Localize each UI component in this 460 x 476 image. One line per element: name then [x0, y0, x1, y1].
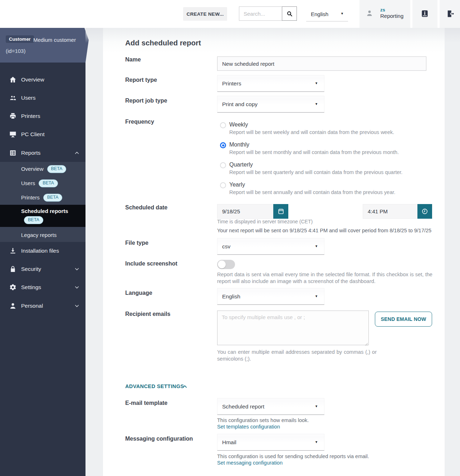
- caret-down-icon: ▼: [315, 294, 318, 298]
- report-language-label: Language: [125, 290, 152, 296]
- radio-weekly-label[interactable]: Weekly: [229, 122, 248, 128]
- sidebar-item-settings[interactable]: Settings: [0, 278, 85, 296]
- resize-handle-icon[interactable]: [364, 341, 368, 344]
- search-input[interactable]: [239, 6, 282, 21]
- radio-monthly-desc: Report will be sent monthly and will con…: [229, 149, 399, 155]
- app-screen: CREATE NEW... English ▼ zs Reporting: [0, 0, 460, 476]
- language-select[interactable]: English ▼: [306, 6, 348, 21]
- include-screenshot-desc: Report data is sent via email every time…: [217, 271, 432, 284]
- file-type-select[interactable]: csv ▼: [217, 238, 324, 255]
- recipient-emails-textarea[interactable]: [217, 311, 369, 345]
- report-language-select[interactable]: English ▼: [217, 288, 324, 305]
- customer-name: Medium customer: [33, 37, 76, 43]
- messaging-configuration-select[interactable]: Hmail ▼: [217, 434, 324, 451]
- sidebar-item-installation-files[interactable]: Installation files: [0, 242, 85, 260]
- radio-quarterly[interactable]: [220, 162, 226, 168]
- gear-icon: [9, 283, 17, 291]
- email-template-select[interactable]: Scheduled report ▼: [217, 398, 324, 415]
- caret-down-icon: ▼: [315, 405, 318, 408]
- customer-id: (id=103): [6, 48, 25, 54]
- search-button[interactable]: [282, 6, 297, 21]
- report-type-select[interactable]: Printers ▼: [217, 75, 324, 92]
- radio-quarterly-label[interactable]: Quarterly: [229, 162, 253, 168]
- customer-badge: Customer: [6, 35, 34, 43]
- user-name: Reporting: [380, 13, 403, 19]
- messaging-configuration-desc: This configuration is used for sending s…: [217, 453, 369, 459]
- radio-yearly-desc: Report will be sent annually and will co…: [229, 189, 395, 195]
- user-avatar-icon: [366, 9, 373, 17]
- time-picker-button[interactable]: [417, 204, 432, 219]
- name-input[interactable]: [217, 56, 426, 71]
- advanced-settings-toggle[interactable]: ADVANCED SETTINGS: [125, 383, 184, 389]
- beta-badge: BETA: [24, 216, 43, 224]
- sub-item-label: Legacy reports: [21, 232, 57, 238]
- user-initials: zs: [380, 7, 385, 13]
- sidebar: Overview Users Printers: [0, 63, 85, 476]
- home-icon: [9, 76, 17, 84]
- sub-item-label: Overview: [21, 166, 44, 172]
- send-email-now-button[interactable]: SEND EMAIL NOW: [375, 312, 432, 327]
- include-screenshot-toggle[interactable]: [217, 260, 235, 269]
- beta-badge: BETA: [47, 165, 67, 173]
- include-screenshot-label: Include screenshot: [125, 261, 177, 267]
- radio-yearly-label[interactable]: Yearly: [229, 182, 245, 188]
- report-job-type-label: Report job type: [125, 98, 167, 104]
- sidebar-item-reports-overview[interactable]: Overview BETA: [0, 162, 85, 176]
- lock-icon: [9, 265, 17, 273]
- sidebar-item-legacy-reports[interactable]: Legacy reports: [0, 228, 85, 242]
- radio-monthly-label[interactable]: Monthly: [229, 142, 249, 148]
- caret-down-icon: ▼: [315, 440, 318, 444]
- radio-yearly[interactable]: [220, 182, 226, 188]
- monitor-icon: [9, 130, 17, 138]
- create-new-button[interactable]: CREATE NEW...: [183, 7, 227, 21]
- sidebar-item-scheduled-reports[interactable]: Scheduled reports BETA: [0, 205, 85, 227]
- messaging-configuration-value: Hmail: [222, 439, 236, 446]
- sidebar-item-label: Reports: [21, 150, 40, 156]
- beta-badge: BETA: [39, 179, 58, 187]
- sidebar-item-reports[interactable]: Reports: [0, 144, 85, 162]
- sidebar-item-personal[interactable]: Personal: [0, 297, 85, 315]
- sidebar-item-users[interactable]: Users: [0, 89, 85, 107]
- sidebar-item-label: PC Client: [21, 131, 44, 138]
- sidebar-item-label: Installation files: [21, 248, 59, 254]
- caret-down-icon: ▼: [315, 244, 318, 248]
- caret-down-icon: ▼: [315, 102, 318, 106]
- logout-icon[interactable]: [446, 9, 455, 18]
- date-picker-button[interactable]: [273, 204, 288, 219]
- printer-icon: [9, 112, 17, 120]
- caret-down-icon: ▼: [341, 12, 344, 15]
- gutter-shade: [85, 28, 103, 43]
- set-templates-configuration-link[interactable]: Set templates configuration: [217, 424, 280, 430]
- sidebar-item-security[interactable]: Security: [0, 260, 85, 278]
- sidebar-item-overview[interactable]: Overview: [0, 70, 85, 89]
- sidebar-item-label: Printers: [21, 113, 40, 119]
- manual-book-icon[interactable]: [420, 9, 429, 18]
- radio-weekly[interactable]: [220, 122, 226, 128]
- sidebar-item-label: Overview: [21, 76, 44, 83]
- timezone-note: Time is displayed in server timezone (CE…: [217, 219, 313, 224]
- email-template-label: E-mail template: [125, 400, 167, 406]
- beta-badge: BETA: [43, 194, 63, 202]
- search-icon: [286, 10, 293, 17]
- report-job-type-select[interactable]: Print and copy ▼: [217, 96, 324, 113]
- time-input[interactable]: [363, 204, 417, 219]
- language-value: English: [311, 11, 328, 17]
- sub-item-label: Users: [21, 180, 35, 187]
- chevron-down-icon: [74, 284, 80, 290]
- reports-submenu: Overview BETA Users BETA Printers BETA S…: [0, 162, 85, 242]
- sidebar-item-pc-client[interactable]: PC Client: [0, 125, 85, 143]
- sidebar-item-reports-printers[interactable]: Printers BETA: [0, 190, 85, 205]
- sidebar-item-label: Security: [21, 266, 41, 272]
- name-label: Name: [125, 56, 141, 63]
- recipient-emails-desc: You can enter multiple email addresses s…: [217, 349, 377, 362]
- caret-down-icon: ▼: [315, 81, 318, 85]
- email-template-desc: This configuration sets how emails look.: [217, 417, 309, 423]
- chevron-up-icon[interactable]: [182, 383, 188, 390]
- date-input[interactable]: [217, 204, 273, 219]
- radio-monthly[interactable]: [220, 142, 226, 148]
- sidebar-item-reports-users[interactable]: Users BETA: [0, 176, 85, 190]
- set-messaging-configuration-link[interactable]: Set messaging configuration: [217, 460, 283, 466]
- clock-icon: [421, 208, 429, 215]
- sub-item-label: Printers: [21, 195, 40, 201]
- sidebar-item-printers[interactable]: Printers: [0, 107, 85, 125]
